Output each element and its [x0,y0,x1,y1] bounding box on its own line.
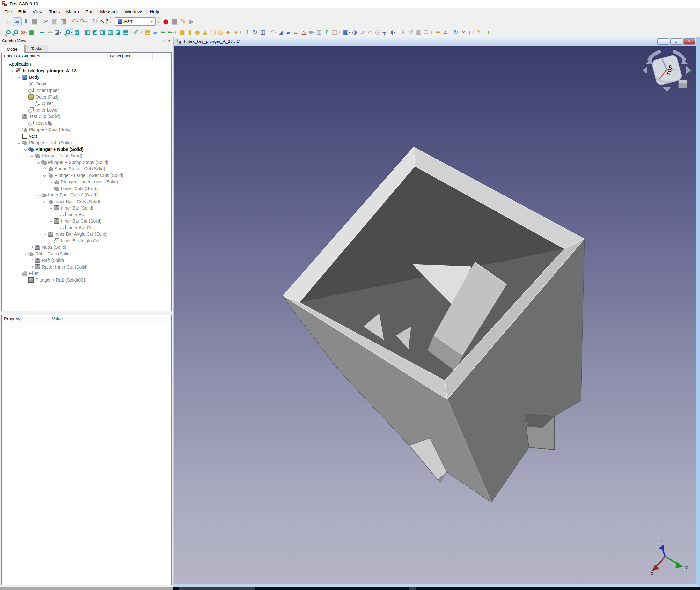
collapse-icon[interactable] [43,233,45,235]
cylinder-primitive-button[interactable]: ▮ [186,28,194,36]
tree-item[interactable]: Outer (Pad) [2,94,171,100]
refresh-measurements-button[interactable]: ↻ [452,28,460,36]
connect-objects-button[interactable]: ┳▾ [381,28,389,36]
bottom-view-button[interactable]: ◪ [114,28,122,36]
box-primitive-button[interactable]: ■ [178,28,186,36]
collapse-icon[interactable] [17,141,20,144]
chamfer-button[interactable]: ◢ [277,28,285,36]
tree-item[interactable]: Raft (Solid) [2,257,171,264]
3d-model[interactable] [174,46,697,584]
menu-edit[interactable]: Edit [15,8,29,15]
create-part-button[interactable]: ▤ [144,28,152,36]
menu-view[interactable]: View [29,8,45,15]
save-button[interactable]: ⇩ [22,17,30,26]
tree-item[interactable]: Test Clip (Solid) [2,113,171,120]
cut-boolean-button[interactable]: ◎ [374,28,381,36]
tab-model[interactable]: Model [1,45,24,53]
ruled-surface-button[interactable]: ▱ [292,28,300,36]
tree-item[interactable]: Inner Bar Cut (Solid) [2,218,171,224]
navcube-down-arrow[interactable] [663,87,671,92]
menu-windows[interactable]: Windows [121,8,147,15]
top-view-button[interactable]: ◩ [91,28,99,36]
refine-shape-button[interactable]: ↺ [407,28,415,36]
toolbar-handle[interactable] [2,29,3,35]
defeaturing-button[interactable]: ♙ [400,28,407,36]
tree-item[interactable]: Application [2,61,171,68]
toolbar-handle[interactable] [240,29,242,35]
collapse-icon[interactable] [17,115,20,118]
panel-splitter[interactable] [0,311,173,315]
tree-item[interactable]: Lower Cuts (Solid) [2,185,171,192]
print-button[interactable]: ▤ [30,17,39,26]
tree-item[interactable]: Plunger Final (Solid) [2,153,171,159]
tree-item[interactable]: Plunger - Cuts (Solid) [2,126,171,133]
collapse-icon[interactable] [24,253,26,255]
compound-tools-button[interactable]: ▣▾ [342,28,351,36]
column-property[interactable]: Property [2,315,49,323]
zoom-button[interactable]: ▾ [65,28,73,36]
make-link-group-button[interactable]: ↬▾ [167,28,175,36]
navigation-cube[interactable]: TOP Z Y [640,47,694,95]
menu-measure[interactable]: Measure [97,8,121,15]
revolve-button[interactable]: ↻ [251,28,259,36]
left-view-button[interactable]: ▤ [122,28,129,36]
macro-edit-button[interactable]: ✎ [179,17,187,26]
redo-button[interactable]: ↷▾ [79,17,88,26]
tree-item[interactable]: Body [2,74,171,81]
refresh-button[interactable]: ↻ [91,17,99,26]
tree-item[interactable]: Inner Bar Cut [2,224,171,231]
collapse-icon[interactable] [24,96,26,98]
cone-primitive-button[interactable]: ▲ [201,28,209,36]
collapse-icon[interactable] [24,148,26,151]
expand-icon[interactable] [30,246,33,249]
tree-item[interactable]: Inner Bar Angle Cut (Solid) [2,231,171,237]
toolbar-handle[interactable] [2,17,3,26]
tree-item[interactable]: Inner Bar - Cuts (Solid) [2,198,171,205]
measure-linear-button[interactable]: ↔ [434,28,442,36]
tree-item[interactable]: Plunger - Large Lower Cuts (Solid) [2,172,171,179]
whats-this-button[interactable]: ↖? [99,17,109,26]
navigate-back-button[interactable]: ← [38,28,46,36]
collapse-icon[interactable] [11,70,14,72]
tree-item[interactable]: Plunger + Nubs (Solid) [2,146,171,153]
isometric-view-button[interactable]: ◪▾ [54,28,62,36]
open-document-button[interactable]: ▰ [13,17,22,26]
float-panel-button[interactable]: □ [162,38,164,43]
expand-icon[interactable] [30,266,33,268]
tree-item[interactable]: hi-tek_key_plunger_A_13 [2,68,171,74]
minimize-button[interactable]: – [657,38,669,44]
collapse-icon[interactable] [43,200,45,203]
collapse-icon[interactable] [17,76,20,79]
collapse-icon[interactable] [37,161,39,164]
menu-help[interactable]: Help [147,8,163,15]
fillet-button[interactable]: ◠ [269,28,277,36]
toolbar-handle[interactable] [339,29,341,35]
toolbar-handle[interactable] [141,29,143,35]
menu-tools[interactable]: Tools [46,8,63,15]
collapse-icon[interactable] [43,174,45,177]
front-view-button[interactable]: ◧ [84,28,91,36]
split-objects-button[interactable]: ◖▾ [389,28,397,36]
restore-button[interactable]: □ [670,38,682,44]
offset-3d-button[interactable]: □ [331,28,338,36]
expand-icon[interactable] [30,259,33,262]
axonometric-view-button[interactable]: ▧ [73,28,81,36]
menu-file[interactable]: File [1,8,15,15]
toolbar-handle[interactable] [175,29,177,35]
toggle-measurement-delta-button[interactable]: ✎ [475,28,483,36]
cross-sections-button[interactable]: F [323,28,331,36]
fit-selection-button[interactable] [12,28,20,36]
boolean-operation-button[interactable]: ◑ [351,28,359,36]
expand-icon[interactable] [43,168,45,170]
tree-item[interactable]: Origin [2,81,171,87]
thickness-button[interactable]: ▣ [415,28,422,36]
expand-icon[interactable] [24,83,26,85]
tree-item[interactable]: Inner Bar [2,211,171,218]
toolbar-handle[interactable] [110,17,112,26]
section-button[interactable]: ◫ [315,28,323,36]
new-document-button[interactable]: ▯ [4,17,13,26]
macro-record-button[interactable]: ● [161,17,170,26]
toggle-measurement-3d-button[interactable]: ◻ [468,28,475,36]
create-group-button[interactable]: ▰ [152,28,159,36]
tree-item[interactable]: Inner Bar - Cuts 2 (Solid) [2,192,171,198]
